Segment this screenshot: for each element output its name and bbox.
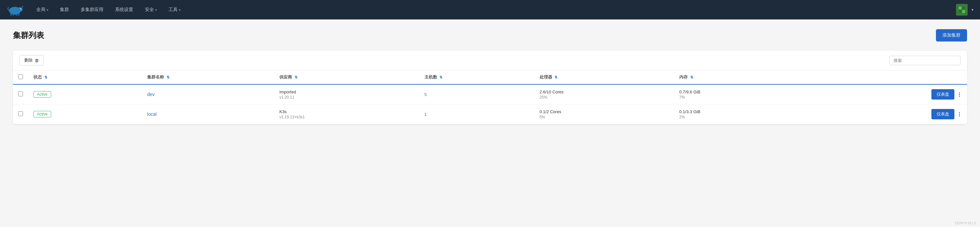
cluster-name-link-0[interactable]: dev bbox=[147, 92, 154, 97]
row-checkbox-0[interactable] bbox=[18, 91, 23, 96]
avatar-cell-2 bbox=[962, 6, 965, 10]
table-row: Active dev Imported v1.20.11 5 2.6/10 Co… bbox=[13, 84, 967, 104]
header-memory: 内存 ⇅ bbox=[674, 70, 802, 84]
dot-1 bbox=[959, 93, 960, 93]
nav-item-multicluster[interactable]: 多集群应用 bbox=[79, 5, 105, 14]
delete-button[interactable]: 删除 🗑 bbox=[19, 55, 44, 66]
dot-3 bbox=[959, 96, 960, 97]
dot-2 bbox=[959, 114, 960, 115]
dashboard-button-0[interactable]: 仪表盘 bbox=[931, 89, 955, 99]
mem-sub-1: 2% bbox=[679, 115, 796, 119]
dashboard-button-1[interactable]: 仪表盘 bbox=[931, 109, 955, 119]
page-header: 集群列表 添加集群 bbox=[13, 29, 967, 42]
header-cpu: 处理器 ⇅ bbox=[535, 70, 674, 84]
more-button-1[interactable] bbox=[957, 111, 962, 118]
row-checkbox-1[interactable] bbox=[18, 111, 23, 116]
more-button-0[interactable] bbox=[957, 91, 962, 98]
header-checkbox-cell bbox=[13, 70, 28, 84]
delete-label: 删除 bbox=[24, 58, 33, 63]
cpu-info-0: 2.6/10 Cores bbox=[539, 90, 669, 94]
cluster-name-link-1[interactable]: local bbox=[147, 112, 156, 117]
row-actions-container-0: 仪表盘 bbox=[807, 89, 962, 99]
row-actions-container-1: 仪表盘 bbox=[807, 109, 962, 119]
row-memory: 0.1/3.3 GiB 2% bbox=[674, 104, 802, 124]
sort-icon-status[interactable]: ⇅ bbox=[45, 75, 47, 79]
svg-rect-6 bbox=[13, 14, 14, 16]
svg-rect-5 bbox=[10, 13, 12, 16]
nav-item-tools[interactable]: 工具 ▾ bbox=[167, 5, 183, 14]
row-provider: Imported v1.20.11 bbox=[274, 84, 419, 104]
chevron-down-icon: ▾ bbox=[47, 8, 48, 12]
provider-name-1: K3s bbox=[279, 109, 414, 114]
header-provider: 供应商 ⇅ bbox=[274, 70, 419, 84]
provider-version-0: v1.20.11 bbox=[279, 95, 414, 99]
trash-icon: 🗑 bbox=[35, 58, 39, 63]
row-hosts: 1 bbox=[419, 104, 535, 124]
row-checkbox-cell bbox=[13, 104, 28, 124]
sort-icon-cpu[interactable]: ⇅ bbox=[555, 75, 557, 79]
host-count-link-1[interactable]: 1 bbox=[425, 112, 427, 117]
navbar: 全局 ▾ 集群 多集群应用 系统设置 安全 ▾ 工具 ▾ bbox=[0, 0, 980, 19]
header-hosts: 主机数 ⇅ bbox=[419, 70, 535, 84]
provider-version-1: v1.19.13+k3s1 bbox=[279, 115, 414, 119]
svg-rect-8 bbox=[18, 13, 19, 16]
status-badge-0: Active bbox=[33, 91, 51, 98]
add-cluster-button[interactable]: 添加集群 bbox=[936, 29, 967, 42]
navbar-left: 全局 ▾ 集群 多集群应用 系统设置 安全 ▾ 工具 ▾ bbox=[6, 4, 183, 16]
sort-icon-provider[interactable]: ⇅ bbox=[294, 75, 298, 79]
svg-rect-7 bbox=[16, 14, 17, 16]
table-container: 删除 🗑 状态 ⇅ 集群名称 ⇅ bbox=[13, 51, 967, 124]
provider-name-0: Imported bbox=[279, 90, 414, 94]
select-all-checkbox[interactable] bbox=[18, 74, 23, 79]
table-toolbar: 删除 🗑 bbox=[13, 51, 967, 70]
nav-item-settings[interactable]: 系统设置 bbox=[113, 5, 135, 14]
sort-icon-memory[interactable]: ⇅ bbox=[690, 75, 693, 79]
svg-point-2 bbox=[18, 7, 23, 12]
user-avatar[interactable] bbox=[956, 4, 968, 16]
nav-item-cluster[interactable]: 集群 bbox=[58, 5, 71, 14]
table-header-row: 状态 ⇅ 集群名称 ⇅ 供应商 ⇅ 主机数 ⇅ bbox=[13, 70, 967, 84]
row-cpu: 0.1/2 Cores 5% bbox=[535, 104, 674, 124]
svg-point-4 bbox=[21, 8, 21, 10]
dot-2 bbox=[959, 94, 960, 95]
mem-info-1: 0.1/3.3 GiB bbox=[679, 109, 796, 114]
main-content: 集群列表 添加集群 删除 🗑 状态 ⇅ bbox=[0, 19, 980, 134]
chevron-down-icon-security: ▾ bbox=[155, 8, 157, 12]
dot-3 bbox=[959, 115, 960, 117]
navbar-right: ▾ bbox=[956, 4, 974, 16]
row-actions: 仪表盘 bbox=[802, 84, 967, 104]
row-hosts: 5 bbox=[419, 84, 535, 104]
status-badge-1: Active bbox=[33, 111, 51, 117]
cluster-table: 状态 ⇅ 集群名称 ⇅ 供应商 ⇅ 主机数 ⇅ bbox=[13, 70, 967, 124]
footer-note: CEPH © 911.0 bbox=[955, 222, 976, 225]
avatar-cell-3 bbox=[959, 10, 961, 13]
avatar-cell-4 bbox=[962, 10, 965, 13]
cpu-sub-0: 25% bbox=[539, 95, 669, 99]
row-actions: 仪表盘 bbox=[802, 104, 967, 124]
dot-1 bbox=[959, 112, 960, 113]
row-name: local bbox=[142, 104, 274, 124]
cpu-info-1: 0.1/2 Cores bbox=[539, 109, 669, 114]
avatar-cell-1 bbox=[959, 6, 961, 10]
sort-icon-name[interactable]: ⇅ bbox=[167, 75, 170, 79]
chevron-down-icon-tools: ▾ bbox=[179, 8, 180, 12]
logo[interactable] bbox=[6, 4, 23, 16]
nav-item-security[interactable]: 安全 ▾ bbox=[143, 5, 159, 14]
svg-marker-3 bbox=[22, 5, 23, 8]
sort-icon-hosts[interactable]: ⇅ bbox=[439, 75, 442, 79]
header-actions bbox=[802, 70, 967, 84]
host-count-link-0[interactable]: 5 bbox=[425, 92, 427, 97]
page-title: 集群列表 bbox=[13, 30, 44, 40]
table-row: Active local K3s v1.19.13+k3s1 1 0.1/2 C… bbox=[13, 104, 967, 124]
row-name: dev bbox=[142, 84, 274, 104]
search-input[interactable] bbox=[889, 56, 961, 65]
cpu-sub-1: 5% bbox=[539, 115, 669, 119]
avatar-dropdown-chevron[interactable]: ▾ bbox=[972, 8, 974, 12]
mem-sub-0: 7% bbox=[679, 95, 796, 99]
row-cpu: 2.6/10 Cores 25% bbox=[535, 84, 674, 104]
nav-item-global[interactable]: 全局 ▾ bbox=[34, 5, 50, 14]
row-memory: 0.7/9.6 GiB 7% bbox=[674, 84, 802, 104]
row-provider: K3s v1.19.13+k3s1 bbox=[274, 104, 419, 124]
row-status: Active bbox=[28, 104, 142, 124]
row-checkbox-cell bbox=[13, 84, 28, 104]
